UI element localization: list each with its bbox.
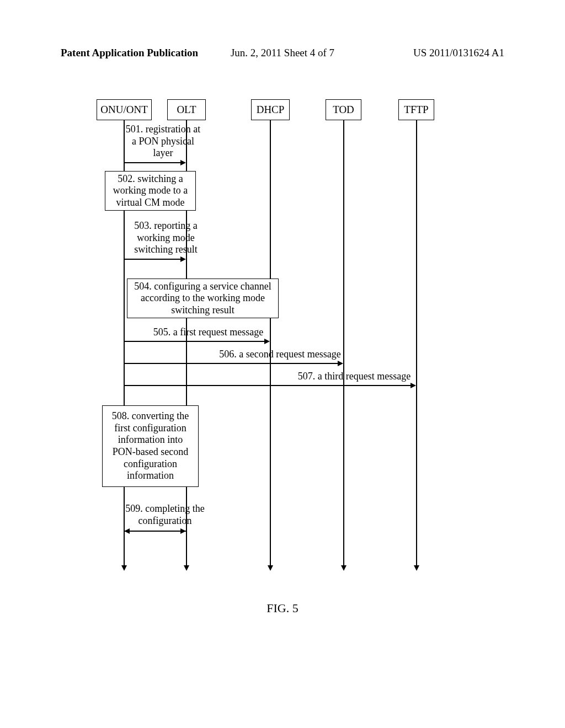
message-arrow	[124, 341, 265, 342]
lifeline-end-icon	[268, 565, 273, 571]
message-arrow	[124, 162, 181, 163]
message-505-label: 505. a first request message	[146, 326, 270, 339]
arrow-right-icon	[180, 256, 186, 262]
participant-label: TOD	[333, 104, 354, 116]
activity-text: 502. switching a working mode to a virtu…	[110, 173, 191, 209]
message-text: 507. a third request message	[298, 371, 411, 382]
lifeline-end-icon	[341, 565, 347, 571]
message-text: 505. a first request message	[153, 326, 263, 338]
activity-508: 508. converting the first configuration …	[102, 405, 199, 487]
lifeline-tod	[343, 120, 344, 567]
participant-onu-ont: ONU/ONT	[97, 99, 152, 120]
participant-label: DHCP	[257, 104, 285, 116]
header-left: Patent Application Publication	[61, 47, 198, 59]
message-509-label: 509. completing the configuration	[121, 503, 209, 527]
lifeline-dhcp	[270, 120, 271, 567]
participant-label: ONU/ONT	[100, 104, 148, 116]
arrow-left-icon	[124, 528, 130, 534]
figure-label-text: FIG. 5	[266, 601, 298, 615]
participant-tftp: TFTP	[398, 99, 434, 120]
message-503-label: 503. reporting a working mode switching …	[123, 220, 209, 256]
lifeline-end-icon	[414, 565, 419, 571]
header-right: US 2011/0131624 A1	[413, 47, 504, 59]
activity-text: 504. configuring a service channel accor…	[132, 281, 274, 317]
message-501-label: 501. registration at a PON physical laye…	[123, 124, 203, 159]
message-507-label: 507. a third request message	[291, 371, 418, 383]
arrow-right-icon	[180, 160, 186, 165]
lifeline-tftp	[416, 120, 417, 567]
lifeline-end-icon	[184, 565, 189, 571]
arrow-right-icon	[338, 361, 343, 366]
figure-label: FIG. 5	[266, 601, 298, 615]
participant-label: TFTP	[404, 104, 428, 116]
page-header: Patent Application Publication Jun. 2, 2…	[0, 47, 565, 59]
sequence-diagram: ONU/ONT OLT DHCP TOD TFTP 501. registrat…	[97, 99, 439, 579]
message-arrow	[124, 363, 338, 364]
message-arrow	[124, 531, 186, 532]
message-text: 501. registration at a PON physical laye…	[126, 124, 200, 158]
arrow-right-icon	[411, 383, 416, 388]
participant-dhcp: DHCP	[251, 99, 290, 120]
message-text: 503. reporting a working mode switching …	[134, 220, 198, 255]
participant-label: OLT	[177, 104, 196, 116]
message-text: 509. completing the configuration	[125, 503, 204, 526]
header-center: Jun. 2, 2011 Sheet 4 of 7	[231, 47, 334, 59]
lifeline-end-icon	[121, 565, 127, 571]
participant-olt: OLT	[167, 99, 206, 120]
activity-504: 504. configuring a service channel accor…	[127, 279, 279, 318]
message-506-label: 506. a second request message	[212, 349, 348, 361]
activity-502: 502. switching a working mode to a virtu…	[105, 171, 196, 211]
message-arrow	[124, 259, 181, 260]
arrow-right-icon	[180, 528, 186, 534]
message-text: 506. a second request message	[219, 349, 340, 360]
message-arrow	[124, 385, 411, 386]
participant-tod: TOD	[326, 99, 361, 120]
arrow-right-icon	[264, 339, 270, 344]
activity-text: 508. converting the first configuration …	[107, 410, 194, 482]
